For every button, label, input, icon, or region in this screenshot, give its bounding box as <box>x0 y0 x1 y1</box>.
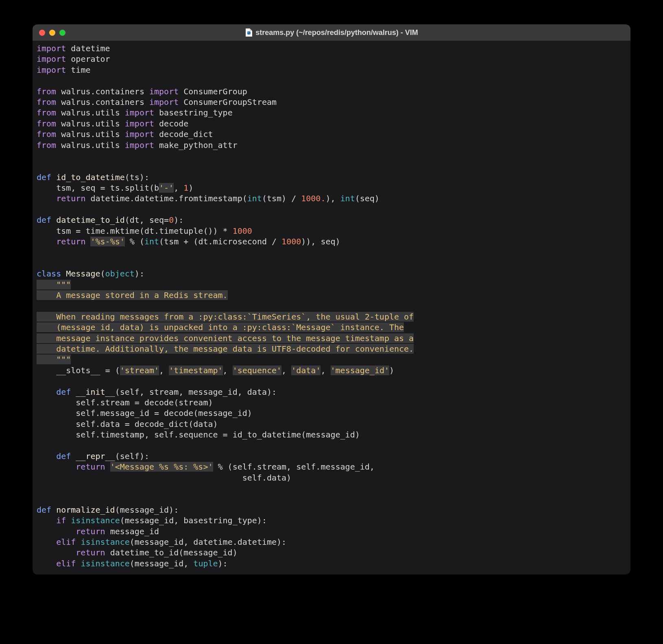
code-token: return <box>76 548 110 557</box>
code-token: self.data = decode_dict(data) <box>37 419 218 429</box>
code-line: from walrus.utils import decode_dict <box>37 129 626 139</box>
code-token <box>37 258 41 268</box>
code-line: return message_id <box>37 526 626 537</box>
code-line: elif isinstance(message_id, tuple): <box>37 558 626 569</box>
code-line: __slots__ = ('stream', 'timestamp', 'seq… <box>37 365 626 376</box>
code-token: __repr__ <box>76 451 115 461</box>
code-token: from <box>37 87 61 96</box>
code-token: ) <box>389 366 394 375</box>
code-token: walrus.containers <box>61 87 149 96</box>
code-token <box>37 559 56 568</box>
code-token: walrus.utils <box>61 140 125 150</box>
code-line: """ <box>37 354 626 365</box>
code-token: from <box>37 140 61 150</box>
code-token <box>37 516 56 525</box>
code-line: return datetime_to_id(message_id) <box>37 547 626 558</box>
code-token <box>37 483 41 493</box>
code-line: (message id, data) is unpacked into a :p… <box>37 322 626 333</box>
window-title: streams.py (~/repos/redis/python/walrus)… <box>255 28 418 37</box>
code-line: from walrus.utils import make_python_att… <box>37 140 626 150</box>
code-line <box>37 376 626 386</box>
code-line: from walrus.containers import ConsumerGr… <box>37 86 626 97</box>
code-token: import <box>37 44 71 53</box>
code-token: message instance provides convenient acc… <box>37 333 414 343</box>
code-line: return '%s-%s' % (int(tsm + (dt.microsec… <box>37 236 626 247</box>
code-token: (self, stream, message_id, data): <box>115 387 277 397</box>
code-token: (message_id, datetime.datetime): <box>130 537 286 547</box>
code-line: def __repr__(self): <box>37 451 626 461</box>
code-token: int <box>247 194 262 203</box>
code-token <box>37 462 76 472</box>
code-token: 'stream' <box>120 366 159 375</box>
code-token: def <box>56 387 76 397</box>
code-token: int <box>144 237 159 246</box>
code-line: self.message_id = decode(message_id) <box>37 408 626 418</box>
code-token: datetime_to_id <box>56 215 125 225</box>
vim-window: streams.py (~/repos/redis/python/walrus)… <box>33 24 630 574</box>
minimize-button[interactable] <box>49 30 55 36</box>
code-token: from <box>37 97 61 107</box>
code-token <box>37 548 76 557</box>
code-token: from <box>37 119 61 128</box>
code-token: ): <box>218 559 228 568</box>
code-token: (seq) <box>355 194 379 203</box>
code-token: (self): <box>115 451 149 461</box>
code-editor[interactable]: import datetimeimport operatorimport tim… <box>33 41 630 574</box>
code-token <box>37 205 41 214</box>
code-token: def <box>56 451 76 461</box>
code-token: isinstance <box>81 559 129 568</box>
code-token: , <box>159 366 169 375</box>
code-line: return datetime.datetime.fromtimestamp(i… <box>37 193 626 204</box>
code-token: return <box>76 527 110 536</box>
code-token: datetime <box>71 44 110 53</box>
code-token <box>37 76 41 85</box>
code-token <box>37 161 41 171</box>
code-token: 0 <box>169 215 174 225</box>
code-token: """ <box>56 280 71 289</box>
code-token: ConsumerGroup <box>183 87 247 96</box>
python-file-icon <box>245 28 252 37</box>
code-token: elif <box>56 559 81 568</box>
code-token: import <box>37 65 71 75</box>
code-token: ) <box>188 183 193 193</box>
close-button[interactable] <box>39 30 45 36</box>
code-token: 1000 <box>281 237 301 246</box>
code-line: import operator <box>37 54 626 64</box>
code-token: , <box>281 366 291 375</box>
code-line: class Message(object): <box>37 268 626 279</box>
window-titlebar: streams.py (~/repos/redis/python/walrus)… <box>33 24 630 41</box>
code-token: Message <box>66 269 100 278</box>
code-token: if <box>56 516 71 525</box>
code-token <box>37 247 41 257</box>
code-token: normalize_id <box>56 505 115 515</box>
code-token: When reading messages from a :py:class:`… <box>37 312 414 322</box>
code-line: tsm = time.mktime(dt.timetuple()) * 1000 <box>37 226 626 236</box>
code-token: from <box>37 129 61 139</box>
code-token: ( <box>100 269 105 278</box>
code-line: from walrus.utils import decode <box>37 118 626 129</box>
code-line: A message stored in a Redis stream. <box>37 290 626 300</box>
code-token: ), <box>325 194 340 203</box>
code-token: ): <box>135 269 144 278</box>
code-token: message_id <box>110 527 159 536</box>
code-line: import datetime <box>37 43 626 54</box>
code-line: def normalize_id(message_id): <box>37 505 626 515</box>
code-line: message instance provides convenient acc… <box>37 333 626 344</box>
code-token: (tsm + (dt.microsecond / <box>159 237 281 246</box>
maximize-button[interactable] <box>59 30 65 36</box>
code-token <box>37 387 56 397</box>
code-token: basestring_type <box>159 108 233 117</box>
code-token: isinstance <box>71 516 120 525</box>
code-token: import <box>37 54 71 64</box>
code-line: When reading messages from a :py:class:`… <box>37 311 626 322</box>
code-token <box>37 151 41 161</box>
code-line <box>37 150 626 161</box>
code-token: isinstance <box>81 537 129 547</box>
code-token: (tsm) / <box>262 194 301 203</box>
code-line: def datetime_to_id(dt, seq=0): <box>37 215 626 225</box>
code-line: self.stream = decode(stream) <box>37 397 626 408</box>
code-line <box>37 75 626 86</box>
code-token: '%s-%s' <box>90 237 124 246</box>
traffic-lights <box>39 30 65 36</box>
code-token: ConsumerGroupStream <box>183 97 277 107</box>
